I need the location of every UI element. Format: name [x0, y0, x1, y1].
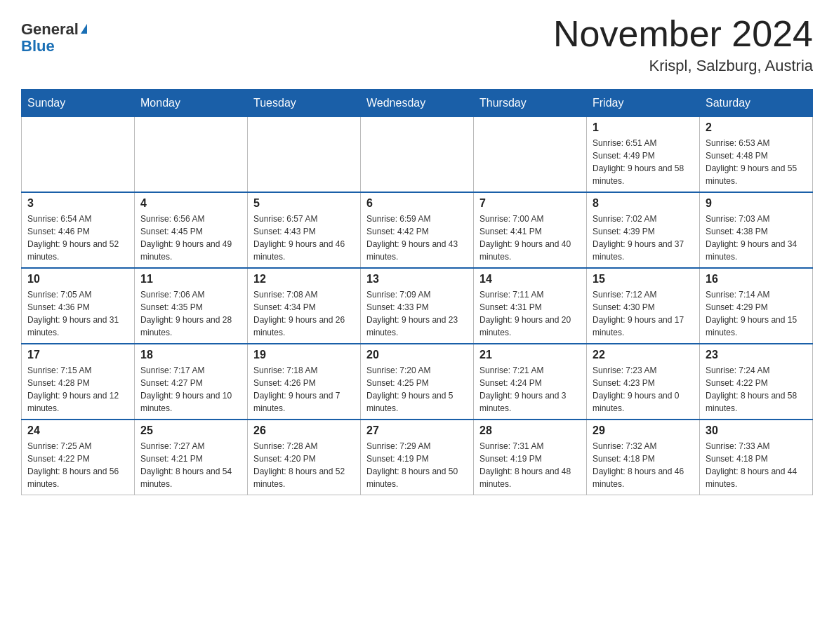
day-number: 4: [140, 197, 241, 210]
calendar-day-cell: 10Sunrise: 7:05 AMSunset: 4:36 PMDayligh…: [22, 268, 135, 344]
calendar-day-cell: 26Sunrise: 7:28 AMSunset: 4:20 PMDayligh…: [248, 420, 361, 495]
day-number: 11: [140, 273, 241, 286]
sunrise-text: Sunrise: 7:23 AM: [593, 364, 694, 377]
daylight-text: Daylight: 8 hours and 58 minutes.: [706, 389, 807, 415]
day-info: Sunrise: 7:21 AMSunset: 4:24 PMDaylight:…: [479, 364, 581, 415]
calendar-day-cell: 4Sunrise: 6:56 AMSunset: 4:45 PMDaylight…: [135, 192, 248, 268]
day-info: Sunrise: 7:28 AMSunset: 4:20 PMDaylight:…: [253, 440, 355, 490]
sunrise-text: Sunrise: 7:08 AM: [253, 288, 355, 301]
sunset-text: Sunset: 4:35 PM: [140, 301, 241, 314]
calendar-day-cell: 8Sunrise: 7:02 AMSunset: 4:39 PMDaylight…: [587, 192, 700, 268]
day-number: 1: [593, 121, 694, 134]
daylight-text: Daylight: 8 hours and 46 minutes.: [593, 465, 694, 490]
logo-text-general: General: [21, 21, 79, 38]
calendar-day-cell: 9Sunrise: 7:03 AMSunset: 4:38 PMDaylight…: [700, 192, 813, 268]
day-info: Sunrise: 7:25 AMSunset: 4:22 PMDaylight:…: [27, 440, 128, 490]
day-number: 13: [366, 273, 468, 286]
daylight-text: Daylight: 9 hours and 34 minutes.: [706, 238, 807, 263]
sunrise-text: Sunrise: 6:53 AM: [706, 137, 807, 149]
day-number: 16: [706, 273, 807, 286]
location-title: Krispl, Salzburg, Austria: [553, 57, 813, 75]
page-header: General Blue November 2024 Krispl, Salzb…: [21, 14, 813, 75]
day-info: Sunrise: 6:56 AMSunset: 4:45 PMDaylight:…: [140, 213, 241, 263]
day-info: Sunrise: 7:29 AMSunset: 4:19 PMDaylight:…: [366, 440, 468, 490]
sunset-text: Sunset: 4:28 PM: [27, 377, 128, 389]
calendar-header-row: SundayMondayTuesdayWednesdayThursdayFrid…: [22, 90, 813, 117]
daylight-text: Daylight: 9 hours and 17 minutes.: [593, 314, 694, 339]
calendar-day-cell: 5Sunrise: 6:57 AMSunset: 4:43 PMDaylight…: [248, 192, 361, 268]
daylight-text: Daylight: 8 hours and 56 minutes.: [27, 465, 128, 490]
calendar-day-cell: 6Sunrise: 6:59 AMSunset: 4:42 PMDaylight…: [361, 192, 474, 268]
sunset-text: Sunset: 4:18 PM: [706, 452, 807, 465]
day-number: 24: [27, 424, 128, 437]
daylight-text: Daylight: 9 hours and 46 minutes.: [253, 238, 355, 263]
sunrise-text: Sunrise: 7:17 AM: [140, 364, 241, 377]
sunset-text: Sunset: 4:20 PM: [253, 452, 355, 465]
daylight-text: Daylight: 8 hours and 52 minutes.: [253, 465, 355, 490]
sunrise-text: Sunrise: 7:18 AM: [253, 364, 355, 377]
sunset-text: Sunset: 4:31 PM: [479, 301, 581, 314]
day-info: Sunrise: 7:23 AMSunset: 4:23 PMDaylight:…: [593, 364, 694, 415]
sunrise-text: Sunrise: 7:12 AM: [593, 288, 694, 301]
daylight-text: Daylight: 9 hours and 20 minutes.: [479, 314, 581, 339]
day-info: Sunrise: 7:32 AMSunset: 4:18 PMDaylight:…: [593, 440, 694, 490]
day-info: Sunrise: 6:51 AMSunset: 4:49 PMDaylight:…: [593, 137, 694, 187]
calendar-week-row: 1Sunrise: 6:51 AMSunset: 4:49 PMDaylight…: [22, 117, 813, 193]
day-number: 15: [593, 273, 694, 286]
day-number: 7: [479, 197, 581, 210]
calendar-day-cell: 12Sunrise: 7:08 AMSunset: 4:34 PMDayligh…: [248, 268, 361, 344]
sunset-text: Sunset: 4:19 PM: [479, 452, 581, 465]
calendar-day-cell: 13Sunrise: 7:09 AMSunset: 4:33 PMDayligh…: [361, 268, 474, 344]
day-number: 21: [479, 349, 581, 361]
day-info: Sunrise: 7:11 AMSunset: 4:31 PMDaylight:…: [479, 288, 581, 339]
sunrise-text: Sunrise: 7:00 AM: [479, 213, 581, 225]
sunrise-text: Sunrise: 7:27 AM: [140, 440, 241, 452]
sunrise-text: Sunrise: 7:33 AM: [706, 440, 807, 452]
sunrise-text: Sunrise: 7:11 AM: [479, 288, 581, 301]
day-number: 17: [27, 349, 128, 361]
daylight-text: Daylight: 9 hours and 0 minutes.: [593, 389, 694, 415]
day-info: Sunrise: 6:53 AMSunset: 4:48 PMDaylight:…: [706, 137, 807, 187]
sunset-text: Sunset: 4:18 PM: [593, 452, 694, 465]
daylight-text: Daylight: 9 hours and 7 minutes.: [253, 389, 355, 415]
calendar-day-cell: 3Sunrise: 6:54 AMSunset: 4:46 PMDaylight…: [22, 192, 135, 268]
sunset-text: Sunset: 4:43 PM: [253, 225, 355, 238]
weekday-header-thursday: Thursday: [474, 90, 587, 117]
day-number: 27: [366, 424, 468, 437]
calendar-day-cell: 19Sunrise: 7:18 AMSunset: 4:26 PMDayligh…: [248, 344, 361, 420]
day-number: 6: [366, 197, 468, 210]
day-info: Sunrise: 7:24 AMSunset: 4:22 PMDaylight:…: [706, 364, 807, 415]
day-info: Sunrise: 7:18 AMSunset: 4:26 PMDaylight:…: [253, 364, 355, 415]
day-info: Sunrise: 7:15 AMSunset: 4:28 PMDaylight:…: [27, 364, 128, 415]
calendar-day-cell: [22, 117, 135, 193]
daylight-text: Daylight: 9 hours and 28 minutes.: [140, 314, 241, 339]
daylight-text: Daylight: 9 hours and 43 minutes.: [366, 238, 468, 263]
calendar-week-row: 3Sunrise: 6:54 AMSunset: 4:46 PMDaylight…: [22, 192, 813, 268]
calendar-day-cell: 15Sunrise: 7:12 AMSunset: 4:30 PMDayligh…: [587, 268, 700, 344]
day-info: Sunrise: 6:59 AMSunset: 4:42 PMDaylight:…: [366, 213, 468, 263]
sunset-text: Sunset: 4:30 PM: [593, 301, 694, 314]
daylight-text: Daylight: 9 hours and 26 minutes.: [253, 314, 355, 339]
calendar-day-cell: 25Sunrise: 7:27 AMSunset: 4:21 PMDayligh…: [135, 420, 248, 495]
day-number: 8: [593, 197, 694, 210]
day-number: 19: [253, 349, 355, 361]
calendar-day-cell: [361, 117, 474, 193]
day-number: 22: [593, 349, 694, 361]
calendar-day-cell: 20Sunrise: 7:20 AMSunset: 4:25 PMDayligh…: [361, 344, 474, 420]
sunset-text: Sunset: 4:25 PM: [366, 377, 468, 389]
daylight-text: Daylight: 8 hours and 48 minutes.: [479, 465, 581, 490]
sunrise-text: Sunrise: 7:14 AM: [706, 288, 807, 301]
day-info: Sunrise: 7:31 AMSunset: 4:19 PMDaylight:…: [479, 440, 581, 490]
sunrise-text: Sunrise: 7:02 AM: [593, 213, 694, 225]
sunrise-text: Sunrise: 7:25 AM: [27, 440, 128, 452]
sunset-text: Sunset: 4:42 PM: [366, 225, 468, 238]
sunrise-text: Sunrise: 6:59 AM: [366, 213, 468, 225]
sunrise-text: Sunrise: 7:32 AM: [593, 440, 694, 452]
calendar-day-cell: 21Sunrise: 7:21 AMSunset: 4:24 PMDayligh…: [474, 344, 587, 420]
day-number: 29: [593, 424, 694, 437]
calendar-day-cell: [248, 117, 361, 193]
sunrise-text: Sunrise: 7:28 AM: [253, 440, 355, 452]
sunset-text: Sunset: 4:45 PM: [140, 225, 241, 238]
day-info: Sunrise: 7:20 AMSunset: 4:25 PMDaylight:…: [366, 364, 468, 415]
daylight-text: Daylight: 9 hours and 52 minutes.: [27, 238, 128, 263]
